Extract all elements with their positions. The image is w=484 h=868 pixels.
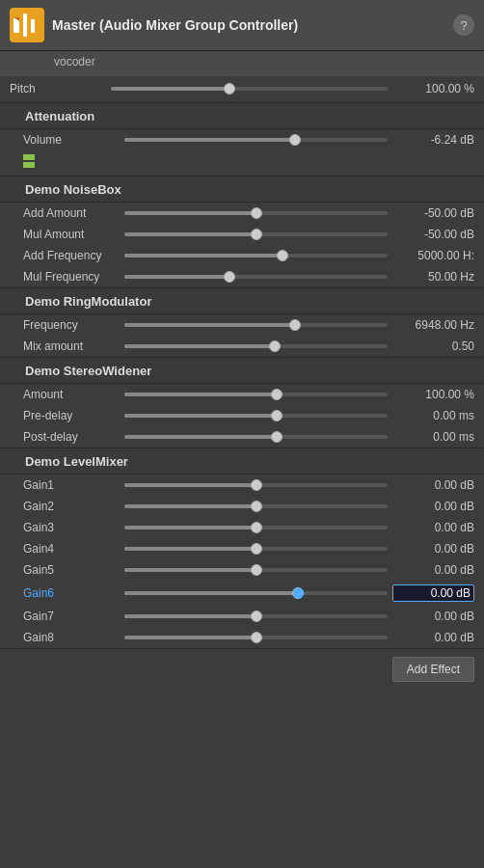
param-value: -6.24 dB: [392, 133, 474, 147]
param-row-volume: Volume-6.24 dB: [0, 129, 484, 150]
section-title-demo-stereowidener: Demo StereoWidener: [25, 364, 459, 378]
param-row-add-frequency: Add Frequency5000.00 H:: [0, 245, 484, 266]
param-value: 0.00 dB: [392, 542, 474, 556]
param-row-amount: Amount100.00 %: [0, 384, 484, 405]
param-value: 0.50: [392, 339, 474, 353]
param-label: Gain6: [23, 586, 120, 600]
param-value[interactable]: 0.00 dB: [392, 584, 474, 602]
param-value: 100.00 %: [392, 388, 474, 401]
param-label: Gain2: [23, 500, 120, 513]
param-value: 0.00 dB: [392, 610, 474, 623]
param-slider[interactable]: [120, 526, 392, 529]
param-label: Gain5: [23, 563, 120, 577]
param-row-gain8: Gain80.00 dB: [0, 627, 484, 648]
param-row-post-delay: Post-delay0.00 ms: [0, 426, 484, 448]
param-row-mul-amount: Mul Amount-50.00 dB: [0, 224, 484, 245]
app-header: Master (Audio Mixer Group Controller) ?: [0, 0, 484, 51]
section-header-demo-stereowidener: Demo StereoWidener: [0, 357, 484, 384]
param-row-mix-amount: Mix amount0.50: [0, 336, 484, 357]
param-row-mul-frequency: Mul Frequency50.00 Hz: [0, 266, 484, 287]
section-indicator: [10, 366, 19, 375]
pitch-label: Pitch: [10, 82, 106, 95]
subtitle-text: vocoder: [54, 55, 95, 68]
section-title-demo-ringmodulator: Demo RingModulator: [25, 294, 459, 309]
section-indicator: [10, 296, 19, 306]
pitch-row: Pitch 100.00 %: [0, 76, 484, 102]
param-value: 0.00 dB: [392, 563, 474, 577]
param-slider[interactable]: [120, 393, 392, 396]
param-value: 0.00 dB: [392, 521, 474, 534]
param-row-gain4: Gain40.00 dB: [0, 538, 484, 559]
param-slider[interactable]: [120, 435, 392, 439]
add-effect-button[interactable]: Add Effect: [392, 657, 474, 682]
param-slider[interactable]: [120, 483, 392, 487]
param-value: -50.00 dB: [392, 206, 474, 220]
param-row-gain3: Gain30.00 dB: [0, 517, 484, 538]
param-slider[interactable]: [120, 344, 392, 348]
param-row-frequency: Frequency6948.00 Hz: [0, 314, 484, 336]
param-label: Gain3: [23, 521, 120, 534]
section-header-demo-noisebox: Demo NoiseBox: [0, 176, 484, 203]
svg-rect-2: [23, 14, 27, 37]
param-label: Post-delay: [23, 430, 120, 444]
param-value: 0.00 dB: [392, 631, 474, 644]
param-row-gain1: Gain10.00 dB: [0, 475, 484, 496]
param-label: Pre-delay: [23, 409, 120, 422]
param-row-pre-delay: Pre-delay0.00 ms: [0, 405, 484, 426]
param-row-add-amount: Add Amount-50.00 dB: [0, 203, 484, 224]
section-title-demo-levelmixer: Demo LevelMixer: [25, 454, 459, 469]
footer: Add Effect: [0, 648, 484, 690]
param-value: -50.00 dB: [392, 228, 474, 241]
gear-icon[interactable]: [459, 363, 474, 378]
param-value: 0.00 dB: [392, 478, 474, 492]
param-label: Add Frequency: [23, 249, 120, 262]
param-value: 0.00 ms: [392, 430, 474, 444]
gear-icon[interactable]: [459, 293, 474, 309]
param-label: Volume: [23, 133, 120, 147]
param-value: 0.00 dB: [392, 500, 474, 513]
param-label: Amount: [23, 388, 120, 401]
param-label: Gain8: [23, 631, 120, 644]
section-header-demo-levelmixer: Demo LevelMixer: [0, 448, 484, 475]
param-slider[interactable]: [120, 547, 392, 551]
param-slider[interactable]: [120, 636, 392, 639]
param-slider[interactable]: [120, 414, 392, 418]
param-slider[interactable]: [120, 275, 392, 279]
param-label: Mix amount: [23, 339, 120, 353]
pitch-slider[interactable]: [106, 87, 392, 91]
param-slider[interactable]: [120, 591, 392, 595]
param-value: 50.00 Hz: [392, 270, 474, 284]
window-title: Master (Audio Mixer Group Controller): [52, 17, 453, 33]
param-row-gain5: Gain50.00 dB: [0, 559, 484, 581]
param-label: Gain4: [23, 542, 120, 556]
param-row-gain2: Gain20.00 dB: [0, 496, 484, 517]
gear-icon[interactable]: [459, 181, 474, 197]
param-label: Mul Amount: [23, 228, 120, 241]
param-slider[interactable]: [120, 323, 392, 327]
param-slider[interactable]: [120, 138, 392, 142]
param-slider[interactable]: [120, 568, 392, 572]
param-label: Frequency: [23, 318, 120, 332]
param-label: Add Amount: [23, 206, 120, 220]
param-label: Gain7: [23, 610, 120, 623]
attenuation-bars: [0, 150, 484, 176]
section-title-demo-noisebox: Demo NoiseBox: [25, 182, 459, 197]
param-label: Mul Frequency: [23, 270, 120, 284]
help-button[interactable]: ?: [453, 14, 474, 36]
param-row-gain6: Gain60.00 dB: [0, 581, 484, 606]
section-header-attenuation: Attenuation: [0, 102, 484, 129]
gear-icon[interactable]: [459, 453, 474, 469]
param-slider[interactable]: [120, 211, 392, 215]
param-slider[interactable]: [120, 614, 392, 618]
subtitle-bar: vocoder: [0, 51, 484, 76]
param-value: 5000.00 H:: [392, 249, 474, 262]
param-slider[interactable]: [120, 232, 392, 236]
param-value: 6948.00 Hz: [392, 318, 474, 332]
section-indicator: [10, 456, 19, 466]
pitch-value: 100.00 %: [392, 82, 474, 95]
gear-icon[interactable]: [459, 108, 474, 123]
param-slider[interactable]: [120, 254, 392, 258]
section-title-attenuation: Attenuation: [25, 109, 459, 123]
param-label: Gain1: [23, 478, 120, 492]
param-slider[interactable]: [120, 504, 392, 508]
